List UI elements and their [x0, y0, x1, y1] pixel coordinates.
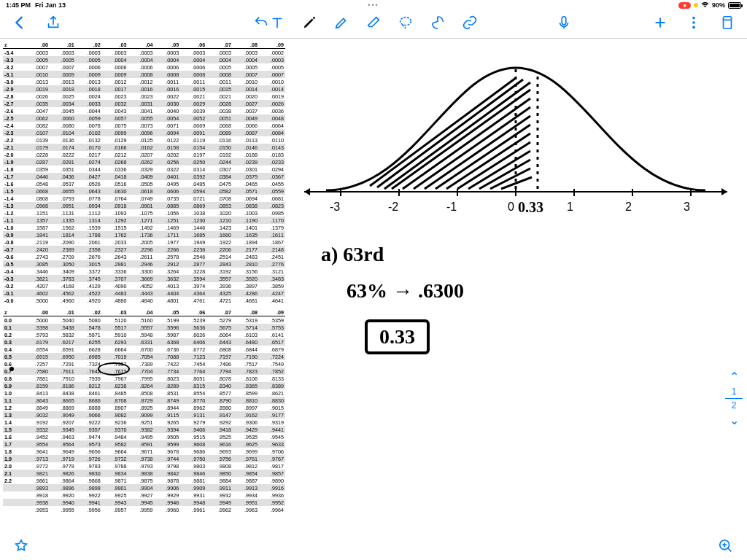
- table-row: 1.5.9332.9345.9357.9370.9382.9394.9406.9…: [3, 426, 285, 433]
- add-button[interactable]: [652, 15, 668, 34]
- table-row: 0.9.8159.8186.8212.8238.8264.8289.8315.8…: [3, 382, 285, 389]
- table-row: -2.1.0179.0174.0170.0166.0162.0158.0154.…: [3, 144, 285, 151]
- svg-rect-1: [562, 17, 566, 25]
- page-indicator[interactable]: ⌃ 1 2 ⌄: [725, 367, 743, 430]
- table-row: -0.9.1841.1814.1788.1762.1736.1711.1685.…: [3, 231, 285, 238]
- svg-point-4: [692, 26, 695, 29]
- table-row: -1.6.0548.0537.0526.0516.0505.0495.0485.…: [3, 180, 285, 187]
- table-row: -2.2.0139.0136.0132.0129.0125.0122.0119.…: [3, 136, 285, 144]
- page-total: 2: [725, 400, 743, 411]
- highlighter-tool-button[interactable]: [333, 15, 349, 34]
- table-row: -3.3.0005.0005.0005.0004.0004.0004.0004.…: [3, 56, 285, 63]
- table-row: -1.7.0446.0436.0427.0418.0409.0401.0392.…: [3, 173, 285, 180]
- battery-icon: [728, 2, 741, 9]
- battery-percent: 90%: [712, 1, 725, 9]
- table-row: 1.1.8643.8665.8686.8708.8729.8749.8770.8…: [3, 397, 285, 404]
- table-row: 1.4.9192.9207.9222.9236.9251.9265.9279.9…: [3, 419, 285, 426]
- table-row: 1.2.8849.8869.8888.8907.8925.8944.8962.8…: [3, 404, 285, 411]
- bottom-toolbar: [0, 535, 747, 560]
- table-row: -1.3.0968.0951.0934.0918.0901.0885.0869.…: [3, 202, 285, 209]
- shapes-tool-button[interactable]: [430, 15, 446, 34]
- svg-marker-8: [304, 188, 310, 195]
- table-row: -0.8.2119.2090.2061.2033.2005.1977.1949.…: [3, 238, 285, 246]
- table-row: -1.4.0808.0793.0778.0764.0749.0735.0721.…: [3, 195, 285, 202]
- status-date: Fri Jan 13: [35, 1, 66, 9]
- mic-button[interactable]: [556, 15, 572, 34]
- z-table-image: z.00.01.02.03.04.05.06.07.08.09-3.4.0003…: [0, 39, 288, 535]
- bookmark-button[interactable]: [13, 538, 29, 557]
- page-up-button[interactable]: ⌃: [725, 367, 743, 386]
- axis-tick-m2: -2: [388, 201, 398, 214]
- link-tool-button[interactable]: [462, 15, 478, 34]
- table-row: -3.1.0010.0009.0009.0009.0008.0008.0008.…: [3, 71, 285, 78]
- table-row: 1.6.9452.9463.9474.9484.9495.9505.9515.9…: [3, 433, 285, 440]
- table-row: -2.9.0019.0018.0018.0017.0016.0016.0015.…: [3, 85, 285, 93]
- status-time: 1:45 PM: [6, 1, 31, 9]
- axis-tick-m1: -1: [446, 201, 457, 214]
- svg-marker-7: [721, 188, 727, 195]
- table-row: 0.5.6915.6950.6985.7019.7054.7088.7123.7…: [3, 353, 285, 360]
- table-row: -0.6.2743.2709.2676.2643.2611.2578.2546.…: [3, 253, 285, 260]
- table-row: 1.7.9554.9564.9573.9582.9591.9599.9608.9…: [3, 440, 285, 448]
- back-button[interactable]: [12, 15, 28, 34]
- table-row: 1.9.9713.9719.9726.9732.9738.9744.9750.9…: [3, 455, 285, 462]
- axis-tick-p3: 3: [684, 201, 690, 214]
- table-row: 1.3.9032.9049.9066.9082.9099.9115.9131.9…: [3, 411, 285, 419]
- table-row: .9938.9940.9941.9943.9945.9946.9948.9949…: [3, 499, 285, 506]
- table-row: 1.8.9641.9649.9656.9664.9671.9678.9686.9…: [3, 448, 285, 455]
- z-table-negative: z.00.01.02.03.04.05.06.07.08.09-3.4.0003…: [3, 41, 285, 304]
- svg-point-0: [400, 18, 411, 26]
- table-row: -1.1.1357.1335.1314.1292.1271.1251.1230.…: [3, 217, 285, 224]
- page-down-button[interactable]: ⌄: [725, 411, 743, 430]
- table-row: -2.0.0228.0222.0217.0212.0207.0202.0197.…: [3, 151, 285, 158]
- zoom-in-button[interactable]: [718, 538, 734, 557]
- table-row: -3.0.0013.0013.0013.0012.0012.0011.0011.…: [3, 78, 285, 85]
- table-row: -2.8.0026.0025.0024.0023.0023.0022.0021.…: [3, 93, 285, 100]
- table-row: -0.7.2420.2389.2358.2327.2296.2266.2236.…: [3, 246, 285, 253]
- answer-boxed: 0.33: [365, 319, 430, 354]
- table-row: 2.0.9772.9778.9783.9788.9793.9798.9803.9…: [3, 462, 285, 470]
- grab-indicator-icon: •••: [368, 1, 379, 9]
- app-toolbar: [0, 10, 747, 38]
- table-row: -0.5.3085.3050.3015.2981.2946.2912.2877.…: [3, 260, 285, 268]
- table-row: 0.7.7580.7611.7642.7673.7704.7734.7764.7…: [3, 368, 285, 375]
- table-row: -1.2.1151.1131.1112.1093.1075.1056.1038.…: [3, 209, 285, 217]
- z-table-positive: z.00.01.02.03.04.05.06.07.08.090.0.5000.…: [3, 308, 285, 513]
- drawing-area[interactable]: -3 -2 -1 0 1 2 3 0.33 a) 63rd 63% → .630…: [288, 39, 747, 535]
- status-bar: 1:45 PM Fri Jan 13 ••• ● 90%: [0, 0, 747, 10]
- screen-record-indicator[interactable]: ●: [678, 2, 691, 9]
- table-row: 2.2.9861.9864.9868.9871.9875.9878.9881.9…: [3, 477, 285, 484]
- text-tool-button[interactable]: [269, 15, 285, 34]
- table-row: -2.4.0082.0080.0078.0075.0073.0071.0069.…: [3, 122, 285, 129]
- hand-row-dot: [9, 367, 14, 371]
- table-row: .9918.9920.9922.9925.9927.9929.9931.9932…: [3, 491, 285, 499]
- svg-rect-5: [724, 17, 732, 29]
- pen-tool-button[interactable]: [301, 15, 317, 34]
- table-row: 0.3.6179.6217.6255.6293.6331.6368.6406.6…: [3, 338, 285, 346]
- table-row: 1.0.8413.8438.8461.8485.8508.8531.8554.8…: [3, 389, 285, 397]
- table-row: -2.7.0035.0034.0033.0032.0031.0030.0029.…: [3, 100, 285, 107]
- table-row: -0.2.4207.4168.4129.4090.4052.4013.3974.…: [3, 282, 285, 289]
- pages-button[interactable]: [719, 15, 735, 34]
- normal-curve-sketch: -3 -2 -1 0 1 2 3 0.33: [292, 46, 740, 221]
- table-row: -2.5.0062.0060.0059.0057.0055.0054.0052.…: [3, 114, 285, 122]
- table-row: -0.1.4602.4562.4522.4483.4443.4404.4364.…: [3, 289, 285, 297]
- axis-tick-p1: 1: [567, 201, 573, 214]
- lasso-tool-button[interactable]: [398, 15, 414, 34]
- more-button[interactable]: [686, 15, 702, 34]
- note-canvas[interactable]: z.00.01.02.03.04.05.06.07.08.09-3.4.0003…: [0, 38, 747, 535]
- table-row: -0.3.3821.3783.3745.3707.3669.3632.3594.…: [3, 275, 285, 282]
- wifi-icon: [701, 2, 709, 8]
- undo-button[interactable]: [253, 15, 269, 34]
- table-row: .9953.9955.9956.9957.9959.9960.9961.9962…: [3, 506, 285, 513]
- table-row: -0.4.3446.3409.3372.3336.3300.3264.3228.…: [3, 268, 285, 275]
- table-row: .9893.9896.9898.9901.9904.9906.9909.9911…: [3, 484, 285, 491]
- share-button[interactable]: [45, 15, 61, 34]
- table-row: -2.3.0107.0104.0102.0099.0096.0094.0091.…: [3, 129, 285, 136]
- z-value-annotation: 0.33: [518, 199, 543, 216]
- svg-point-3: [692, 21, 695, 24]
- table-row: 2.1.9821.9826.9830.9834.9838.9842.9846.9…: [3, 470, 285, 477]
- table-row: 0.8.7881.7910.7939.7967.7995.8023.8051.8…: [3, 375, 285, 382]
- axis-tick-m3: -3: [330, 201, 340, 214]
- eraser-tool-button[interactable]: [365, 15, 382, 34]
